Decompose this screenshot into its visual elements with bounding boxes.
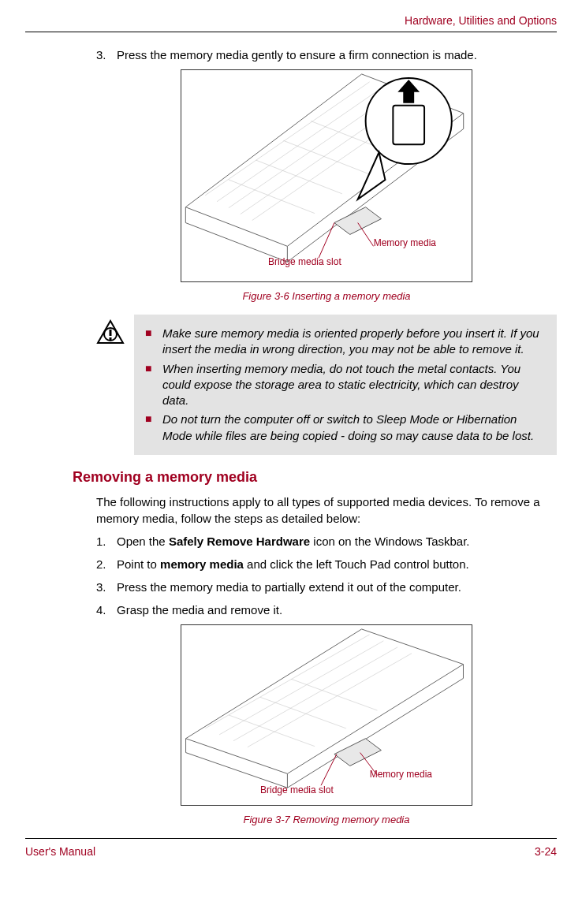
caution-text: When inserting memory media, do not touc… — [162, 361, 546, 409]
svg-line-12 — [256, 160, 342, 194]
svg-line-40 — [321, 754, 337, 785]
step-text: Point to memory media and click the left… — [117, 556, 469, 572]
step-text: Press the memory media to partially exte… — [117, 579, 461, 595]
section-heading: Removing a memory media — [73, 469, 557, 486]
footer-right: 3-24 — [535, 845, 557, 858]
caution-icon — [96, 315, 134, 351]
figure-2-image: Memory media Bridge media slot — [181, 624, 472, 806]
figure-1-label-slot: Bridge media slot — [268, 256, 341, 267]
step-3: 3. Press the memory media gently to ensu… — [96, 47, 557, 63]
svg-line-6 — [205, 82, 369, 196]
page: Hardware, Utilities and Options 3. Press… — [0, 0, 582, 874]
list-item: 4. Grasp the media and remove it. — [96, 602, 557, 618]
step-text: Press the memory media gently to ensure … — [117, 47, 477, 63]
svg-line-36 — [260, 697, 346, 728]
svg-line-20 — [319, 223, 334, 259]
figure-2: Memory media Bridge media slot Figure 3-… — [181, 624, 472, 825]
caution-box: ■ Make sure memory media is oriented pro… — [134, 315, 557, 455]
svg-rect-23 — [110, 330, 112, 336]
figure-2-caption: Figure 3-7 Removing memory media — [181, 814, 472, 825]
svg-line-29 — [186, 752, 288, 788]
step-number: 2. — [96, 556, 117, 572]
caution-item: ■ When inserting memory media, do not to… — [145, 361, 546, 409]
step-number: 3. — [96, 47, 117, 63]
footer-left: User's Manual — [25, 845, 95, 858]
list-item: 3. Press the memory media to partially e… — [96, 579, 557, 595]
header-section-title: Hardware, Utilities and Options — [25, 14, 557, 32]
caution-text: Make sure memory media is oriented prope… — [162, 326, 546, 358]
content: 3. Press the memory media gently to ensu… — [25, 47, 557, 825]
list-item: 1. Open the Safely Remove Hardware icon … — [96, 533, 557, 550]
svg-line-35 — [229, 715, 315, 747]
laptop-illustration — [181, 70, 472, 281]
step-number: 3. — [96, 579, 117, 595]
svg-line-31 — [205, 635, 369, 728]
footer: User's Manual 3-24 — [25, 838, 557, 858]
intro-paragraph: The following instructions apply to all … — [96, 494, 557, 527]
step-number: 4. — [96, 602, 117, 618]
caution-block: ■ Make sure memory media is oriented pro… — [96, 315, 557, 455]
svg-marker-38 — [334, 738, 381, 766]
bullet-icon: ■ — [145, 326, 162, 358]
svg-line-11 — [229, 180, 315, 214]
caution-text: Do not turn the computer off or switch t… — [162, 412, 546, 444]
caution-item: ■ Make sure memory media is oriented pro… — [145, 326, 546, 358]
svg-line-37 — [291, 679, 377, 710]
svg-rect-24 — [110, 337, 112, 340]
step-number: 1. — [96, 533, 117, 550]
svg-line-34 — [248, 653, 412, 747]
figure-2-label-slot: Bridge media slot — [260, 784, 334, 795]
figure-1-label-memory: Memory media — [374, 237, 436, 248]
svg-marker-15 — [334, 207, 382, 235]
step-text: Open the Safely Remove Hardware icon on … — [117, 533, 470, 550]
svg-marker-25 — [186, 629, 464, 773]
step-text: Grasp the media and remove it. — [117, 602, 282, 618]
figure-2-label-memory: Memory media — [370, 769, 432, 780]
figure-1-image: Memory media Bridge media slot — [181, 69, 472, 282]
figure-1: Memory media Bridge media slot Figure 3-… — [181, 69, 472, 302]
figure-1-caption: Figure 3-6 Inserting a memory media — [181, 290, 472, 302]
bullet-icon: ■ — [145, 412, 162, 444]
bullet-icon: ■ — [145, 361, 162, 409]
caution-item: ■ Do not turn the computer off or switch… — [145, 412, 546, 444]
list-item: 2. Point to memory media and click the l… — [96, 556, 557, 572]
svg-rect-17 — [393, 106, 424, 145]
